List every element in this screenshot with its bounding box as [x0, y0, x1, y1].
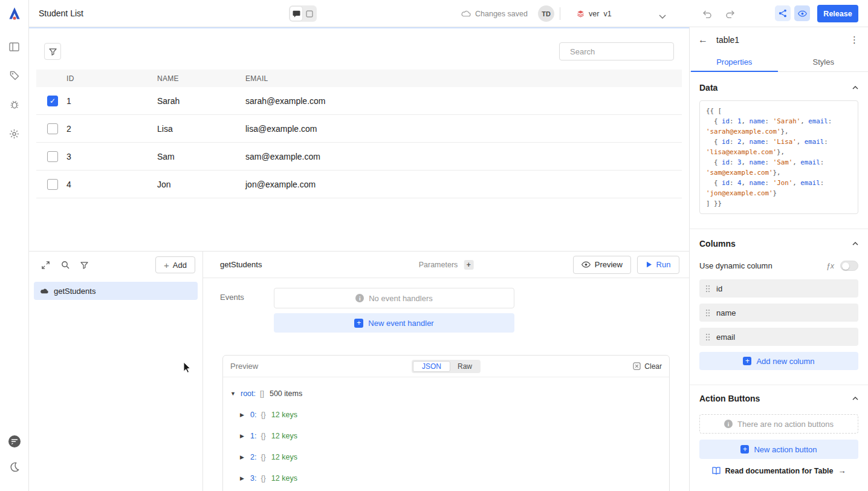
chevron-down-icon[interactable]	[659, 11, 666, 21]
version-selector[interactable]: ver v1	[577, 0, 612, 27]
new-event-handler-button[interactable]: + New event handler	[274, 313, 514, 333]
query-list-item[interactable]: getStudents	[34, 282, 198, 300]
add-parameter-icon[interactable]: +	[464, 260, 473, 270]
preview-app-button[interactable]	[794, 5, 810, 21]
cell-name: Lisa	[154, 124, 242, 134]
cell-email: lisa@example.com	[242, 124, 682, 134]
help-icon[interactable]	[5, 432, 24, 451]
more-options-icon[interactable]: ⋮	[850, 34, 860, 45]
table-row[interactable]: 4 Jon jon@example.com	[36, 171, 682, 198]
redo-icon[interactable]	[724, 8, 736, 20]
widget-name[interactable]: table1	[716, 35, 739, 45]
column-header-id[interactable]: ID	[63, 74, 154, 83]
divider	[690, 229, 868, 229]
search-queries-icon[interactable]	[61, 261, 70, 269]
no-action-buttons-placeholder: i There are no action buttons	[699, 414, 858, 434]
columns-list: id name email	[699, 279, 858, 346]
undo-icon[interactable]	[701, 8, 713, 20]
property-pane: ← table1 ⋮ Properties Styles Data {{ [ {…	[689, 27, 868, 491]
drag-handle-icon[interactable]	[705, 333, 710, 341]
eye-icon	[798, 10, 807, 17]
expand-panel-icon[interactable]	[41, 261, 50, 270]
top-bar: Student List Changes saved TD ver v1 Rel…	[29, 0, 868, 27]
collapse-icon[interactable]: ▼	[230, 391, 236, 397]
expand-icon[interactable]: ▶	[240, 454, 246, 460]
read-docs-link[interactable]: Read documentation for Table →	[699, 466, 858, 475]
back-icon[interactable]: ←	[698, 34, 708, 45]
query-list-panel: + Add getStudents	[29, 251, 203, 491]
row-checkbox[interactable]	[47, 151, 58, 162]
drag-handle-icon[interactable]	[705, 285, 710, 293]
column-item[interactable]: name	[699, 304, 858, 322]
column-item[interactable]: email	[699, 328, 858, 346]
row-checkbox[interactable]: ✓	[47, 96, 58, 106]
dynamic-column-toggle[interactable]	[840, 261, 858, 271]
parameters-control: Parameters +	[419, 260, 474, 270]
row-checkbox[interactable]	[47, 123, 58, 134]
cloud-saved-icon	[461, 10, 471, 17]
js-toggle-icon[interactable]: ƒx	[826, 262, 834, 270]
drag-handle-icon[interactable]	[705, 309, 710, 317]
query-title[interactable]: getStudents	[220, 260, 262, 269]
mode-toggle[interactable]	[289, 5, 317, 22]
add-query-button[interactable]: + Add	[155, 256, 195, 273]
comment-mode-icon[interactable]	[290, 7, 302, 21]
version-value: v1	[603, 10, 611, 18]
table-row[interactable]: 3 Sam sam@example.com	[36, 143, 682, 171]
query-editor-header: getStudents Parameters + Preview Run	[203, 252, 689, 278]
row-checkbox[interactable]	[47, 179, 58, 190]
tab-raw[interactable]: Raw	[450, 361, 479, 372]
table-search-input[interactable]	[570, 47, 676, 56]
expand-icon[interactable]: ▶	[240, 475, 246, 481]
collapse-section-icon[interactable]	[852, 397, 858, 400]
collapse-section-icon[interactable]	[852, 242, 858, 246]
data-code[interactable]: {{ [ { id: 1, name: 'Sarah', email: 'sar…	[699, 100, 858, 214]
share-button[interactable]	[775, 5, 791, 21]
run-query-button[interactable]: Run	[637, 256, 679, 274]
json-node[interactable]: ▶ 1: {} 12 keys	[230, 425, 669, 446]
data-section-header: Data	[699, 83, 858, 93]
events-label: Events	[203, 288, 274, 333]
app-logo	[6, 5, 23, 22]
json-node[interactable]: ▶ 0: {} 12 keys	[230, 404, 669, 425]
version-icon	[577, 10, 585, 18]
collapse-section-icon[interactable]	[852, 86, 858, 89]
response-header: Preview JSON Raw Clear	[223, 356, 669, 377]
new-action-button[interactable]: + New action button	[699, 440, 858, 459]
clear-response-button[interactable]: Clear	[633, 362, 662, 371]
debug-icon[interactable]	[5, 95, 24, 114]
settings-icon[interactable]	[5, 124, 24, 143]
pages-icon[interactable]	[5, 37, 24, 56]
table-row[interactable]: 2 Lisa lisa@example.com	[36, 115, 682, 143]
canvas[interactable]: ID NAME EMAIL ✓ 1 Sarah sarah@example.co…	[29, 27, 689, 251]
tab-properties[interactable]: Properties	[690, 53, 779, 71]
expand-icon[interactable]: ▶	[240, 412, 246, 418]
columns-section-header: Columns	[699, 239, 858, 249]
table-search[interactable]	[559, 42, 674, 60]
cell-name: Jon	[154, 180, 242, 189]
avatar[interactable]: TD	[538, 5, 554, 22]
tab-styles[interactable]: Styles	[779, 53, 868, 71]
table-filter-button[interactable]	[44, 43, 61, 60]
theme-toggle-icon[interactable]	[5, 457, 24, 476]
json-node[interactable]: ▶ 2: {} 12 keys	[230, 446, 669, 467]
json-node[interactable]: ▼ root: [] 500 items	[230, 383, 669, 404]
column-header-email[interactable]: EMAIL	[242, 74, 682, 83]
tab-json[interactable]: JSON	[413, 361, 450, 372]
datasources-icon[interactable]	[5, 66, 24, 85]
add-column-button[interactable]: + Add new column	[699, 352, 858, 370]
canvas-mode-icon[interactable]	[303, 7, 316, 21]
cell-email: jon@example.com	[242, 180, 682, 189]
release-button[interactable]: Release	[817, 5, 858, 22]
expand-icon[interactable]: ▶	[240, 433, 246, 439]
actions-section-header: Action Buttons	[699, 394, 858, 403]
column-header-name[interactable]: NAME	[154, 74, 242, 83]
json-node[interactable]: ▶ 3: {} 12 keys	[230, 467, 669, 489]
preview-query-button[interactable]: Preview	[573, 256, 631, 274]
table-row[interactable]: ✓ 1 Sarah sarah@example.com	[36, 87, 682, 115]
filter-queries-icon[interactable]	[80, 261, 88, 269]
dynamic-column-label: Use dynamic column	[699, 261, 772, 270]
column-item[interactable]: id	[699, 279, 858, 298]
docs-icon	[712, 467, 721, 475]
cell-id: 3	[63, 152, 154, 161]
